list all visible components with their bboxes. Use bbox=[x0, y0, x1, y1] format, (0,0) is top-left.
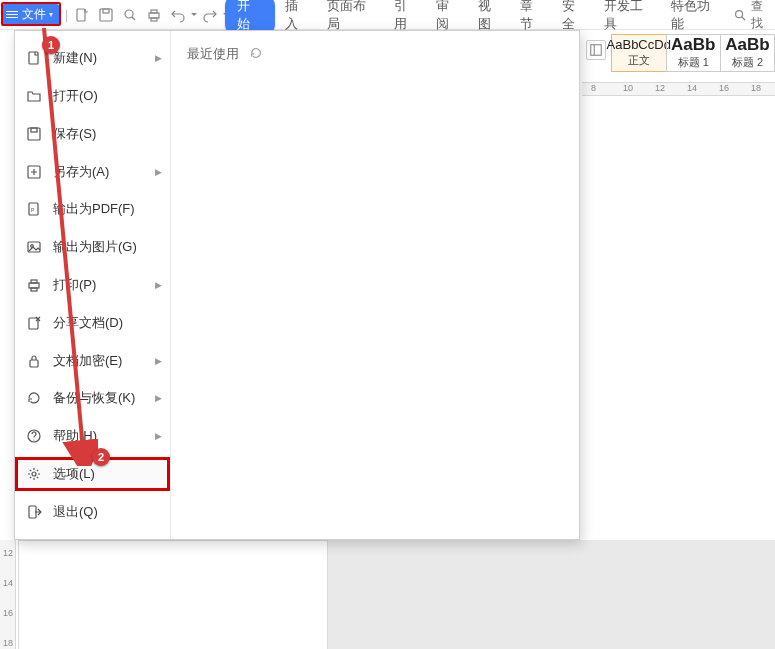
file-new-icon bbox=[25, 49, 43, 67]
svg-rect-18 bbox=[29, 283, 39, 288]
page-edge bbox=[18, 540, 328, 649]
ribbon-tabs: 开始 插入 页面布局 引用 审阅 视图 章节 安全 开发工具 特色功能 查找 bbox=[225, 0, 775, 30]
menu-export-pdf[interactable]: P 输出为PDF(F) bbox=[15, 192, 170, 226]
style-heading-1[interactable]: AaBb 标题 1 bbox=[666, 34, 721, 72]
undo-icon[interactable] bbox=[166, 4, 190, 26]
menu-export-image-label: 输出为图片(G) bbox=[53, 238, 162, 256]
svg-rect-10 bbox=[29, 52, 38, 64]
menu-export-image[interactable]: 输出为图片(G) bbox=[15, 230, 170, 264]
search-command[interactable]: 查找 bbox=[733, 0, 775, 32]
exit-icon bbox=[25, 503, 43, 521]
image-icon bbox=[25, 238, 43, 256]
restore-icon bbox=[25, 389, 43, 407]
svg-point-3 bbox=[125, 10, 133, 18]
document-viewport bbox=[18, 540, 775, 649]
print-icon bbox=[25, 276, 43, 294]
file-menu-label: 文件 bbox=[22, 6, 46, 23]
gear-icon bbox=[25, 465, 43, 483]
chevron-right-icon: ▶ bbox=[155, 167, 162, 177]
horizontal-ruler: 8 10 12 14 16 18 bbox=[582, 82, 775, 96]
svg-point-7 bbox=[736, 11, 743, 18]
menu-print-label: 打印(P) bbox=[53, 276, 155, 294]
chevron-right-icon: ▶ bbox=[155, 280, 162, 290]
svg-rect-1 bbox=[100, 9, 112, 21]
svg-text:P: P bbox=[31, 207, 35, 213]
menu-help[interactable]: 帮助(H) ▶ bbox=[15, 419, 170, 453]
file-menu-list: 新建(N) ▶ 打开(O) 保存(S) 另存为(A) ▶ P 输出为PDF bbox=[15, 31, 171, 539]
chevron-down-icon: ▾ bbox=[49, 10, 53, 19]
svg-rect-12 bbox=[31, 128, 37, 132]
style-body-preview: AaBbCcDd bbox=[607, 38, 671, 51]
svg-rect-20 bbox=[31, 288, 37, 291]
menu-backup-label: 备份与恢复(K) bbox=[53, 389, 155, 407]
style-h1-label: 标题 1 bbox=[678, 55, 709, 70]
recent-files-pane: 最近使用 bbox=[171, 31, 579, 539]
print-preview-icon[interactable] bbox=[118, 4, 142, 26]
menu-exit[interactable]: 退出(Q) bbox=[15, 495, 170, 529]
pdf-icon: P bbox=[25, 200, 43, 218]
svg-rect-8 bbox=[591, 45, 602, 56]
menu-options-label: 选项(L) bbox=[53, 465, 162, 483]
svg-rect-2 bbox=[103, 9, 109, 13]
new-doc-icon[interactable] bbox=[70, 4, 94, 26]
menu-save-label: 保存(S) bbox=[53, 125, 162, 143]
menu-new[interactable]: 新建(N) ▶ bbox=[15, 41, 170, 75]
chevron-right-icon: ▶ bbox=[155, 356, 162, 366]
print-icon[interactable] bbox=[142, 4, 166, 26]
menu-open-label: 打开(O) bbox=[53, 87, 162, 105]
recent-files-title: 最近使用 bbox=[187, 45, 239, 63]
toolbar-separator: | bbox=[63, 8, 70, 22]
menu-help-label: 帮助(H) bbox=[53, 427, 155, 445]
vertical-ruler: 12 14 16 18 bbox=[0, 540, 16, 649]
menu-encrypt[interactable]: 文档加密(E) ▶ bbox=[15, 344, 170, 378]
svg-rect-6 bbox=[151, 18, 157, 21]
menu-save-as[interactable]: 另存为(A) ▶ bbox=[15, 154, 170, 188]
file-menu-panel: 新建(N) ▶ 打开(O) 保存(S) 另存为(A) ▶ P 输出为PDF bbox=[14, 30, 580, 540]
menu-new-label: 新建(N) bbox=[53, 49, 155, 67]
help-icon bbox=[25, 427, 43, 445]
save-icon bbox=[25, 125, 43, 143]
menu-print[interactable]: 打印(P) ▶ bbox=[15, 268, 170, 302]
svg-point-25 bbox=[32, 472, 36, 476]
style-h1-preview: AaBb bbox=[671, 36, 715, 53]
menu-options[interactable]: 选项(L) bbox=[15, 457, 170, 491]
menu-save[interactable]: 保存(S) bbox=[15, 117, 170, 151]
save-as-icon bbox=[25, 163, 43, 181]
undo-caret-icon[interactable] bbox=[190, 4, 198, 26]
svg-rect-11 bbox=[28, 128, 40, 140]
chevron-right-icon: ▶ bbox=[155, 431, 162, 441]
share-icon bbox=[25, 314, 43, 332]
svg-rect-4 bbox=[149, 13, 159, 18]
refresh-icon[interactable] bbox=[249, 46, 263, 63]
lock-icon bbox=[25, 352, 43, 370]
menu-exit-label: 退出(Q) bbox=[53, 503, 162, 521]
svg-rect-22 bbox=[30, 360, 38, 367]
save-icon[interactable] bbox=[94, 4, 118, 26]
menu-share[interactable]: 分享文档(D) bbox=[15, 306, 170, 340]
nav-pane-icon[interactable] bbox=[586, 40, 606, 60]
redo-icon[interactable] bbox=[198, 4, 222, 26]
svg-rect-0 bbox=[77, 9, 85, 21]
svg-rect-19 bbox=[31, 280, 37, 283]
folder-open-icon bbox=[25, 87, 43, 105]
style-body-label: 正文 bbox=[628, 53, 650, 68]
svg-rect-26 bbox=[29, 506, 36, 518]
svg-rect-5 bbox=[151, 10, 157, 13]
menu-backup[interactable]: 备份与恢复(K) ▶ bbox=[15, 381, 170, 415]
search-label: 查找 bbox=[751, 0, 775, 32]
menu-export-pdf-label: 输出为PDF(F) bbox=[53, 200, 162, 218]
style-h2-label: 标题 2 bbox=[732, 55, 763, 70]
menu-encrypt-label: 文档加密(E) bbox=[53, 352, 155, 370]
hamburger-icon bbox=[6, 11, 18, 18]
menu-open[interactable]: 打开(O) bbox=[15, 79, 170, 113]
svg-point-24 bbox=[33, 440, 34, 441]
chevron-right-icon: ▶ bbox=[155, 393, 162, 403]
menu-share-label: 分享文档(D) bbox=[53, 314, 162, 332]
style-body[interactable]: AaBbCcDd 正文 bbox=[611, 34, 667, 72]
style-heading-2[interactable]: AaBb 标题 2 bbox=[720, 34, 775, 72]
file-menu-button[interactable]: 文件 ▾ bbox=[2, 4, 59, 26]
menu-save-as-label: 另存为(A) bbox=[53, 163, 155, 181]
style-h2-preview: AaBb bbox=[725, 36, 769, 53]
chevron-right-icon: ▶ bbox=[155, 53, 162, 63]
